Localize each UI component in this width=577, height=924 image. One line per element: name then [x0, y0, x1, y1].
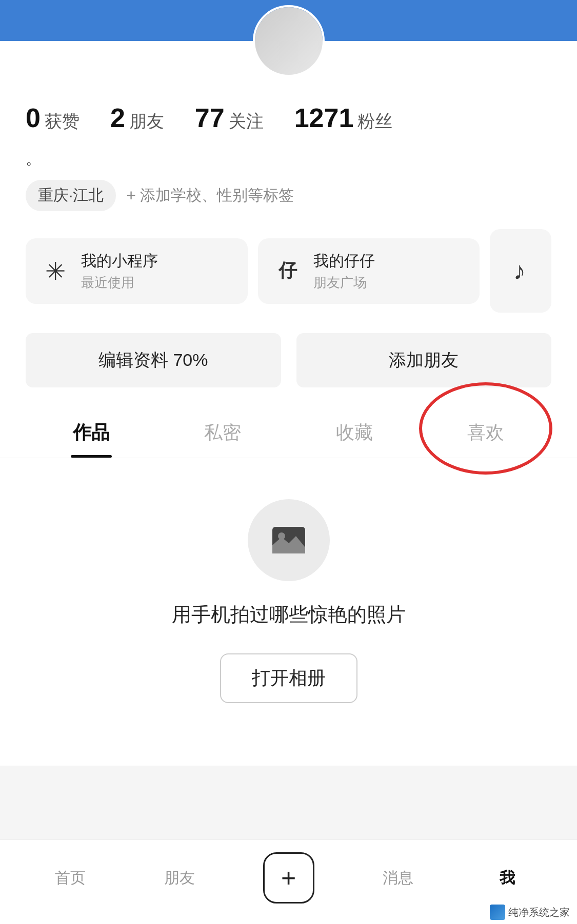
content-area: 用手机拍过哪些惊艳的照片 打开相册: [0, 458, 577, 766]
zaizai-name: 我的仔仔: [313, 251, 375, 272]
stat-fans[interactable]: 1271 粉丝: [294, 102, 393, 133]
tags-row: 重庆·江北 + 添加学校、性别等标签: [0, 172, 577, 219]
stat-friends-value: 2: [110, 102, 125, 133]
mini-app-zaizai[interactable]: 仔 我的仔仔 朋友广场: [258, 238, 480, 304]
watermark-text: 纯净系统之家: [508, 906, 570, 919]
mini-program-name: 我的小程序: [81, 251, 158, 272]
nav-friends-label: 朋友: [164, 868, 195, 889]
stat-fans-label: 粉丝: [357, 110, 392, 133]
stat-likes-label: 获赞: [45, 110, 79, 133]
empty-text: 用手机拍过哪些惊艳的照片: [172, 602, 406, 628]
open-album-button[interactable]: 打开相册: [220, 653, 357, 703]
photo-placeholder-icon: [268, 520, 309, 561]
mini-app-music[interactable]: ♪ 我的 已收: [490, 229, 551, 313]
edit-profile-button[interactable]: 编辑资料 70%: [26, 333, 281, 387]
stat-likes[interactable]: 0 获赞: [26, 102, 79, 133]
tab-likes-wrapper: 喜欢: [420, 408, 551, 458]
stats-row: 0 获赞 2 朋友 77 关注 1271 粉丝: [0, 87, 577, 143]
music-icon: ♪: [504, 256, 535, 286]
tab-likes[interactable]: 喜欢: [420, 408, 551, 458]
nav-messages-label: 消息: [383, 868, 413, 889]
nav-me[interactable]: 我: [452, 868, 562, 889]
tabs-row: 作品 私密 收藏 喜欢: [0, 403, 577, 458]
action-buttons: 编辑资料 70% 添加朋友: [0, 323, 577, 398]
nav-home[interactable]: 首页: [15, 868, 125, 889]
add-tags[interactable]: + 添加学校、性别等标签: [126, 185, 294, 206]
nav-me-label: 我: [500, 868, 515, 889]
empty-icon-container: [248, 499, 330, 581]
nav-plus-button[interactable]: +: [263, 852, 314, 904]
mini-app-miniprogram[interactable]: ✳ 我的小程序 最近使用: [26, 238, 248, 304]
zaizai-info: 我的仔仔 朋友广场: [313, 251, 375, 292]
tab-favorites[interactable]: 收藏: [289, 408, 420, 458]
stat-fans-value: 1271: [294, 102, 354, 133]
mini-program-icon: ✳: [40, 256, 71, 286]
plus-icon: +: [126, 186, 136, 205]
mini-program-sub: 最近使用: [81, 274, 158, 292]
stat-following-label: 关注: [229, 110, 264, 133]
stat-friends[interactable]: 2 朋友: [110, 102, 164, 133]
mini-program-info: 我的小程序 最近使用: [81, 251, 158, 292]
nav-home-label: 首页: [55, 868, 86, 889]
avatar[interactable]: [253, 5, 325, 77]
tab-works[interactable]: 作品: [26, 408, 157, 458]
nav-center: +: [234, 852, 343, 904]
zaizai-sub: 朋友广场: [313, 274, 375, 292]
mini-apps-row: ✳ 我的小程序 最近使用 仔 我的仔仔 朋友广场 ♪ 我的 已收: [0, 219, 577, 323]
tab-private[interactable]: 私密: [157, 408, 288, 458]
nav-messages[interactable]: 消息: [343, 868, 452, 889]
avatar-image: [255, 7, 323, 75]
stat-friends-label: 朋友: [129, 110, 164, 133]
tab-likes-label: 喜欢: [467, 422, 504, 443]
location-tag[interactable]: 重庆·江北: [26, 180, 116, 211]
stat-following[interactable]: 77 关注: [195, 102, 264, 133]
avatar-container: [253, 5, 325, 77]
watermark-icon: [490, 905, 505, 920]
header-blue: [0, 0, 577, 41]
tab-favorites-label: 收藏: [336, 422, 373, 443]
add-friend-button[interactable]: 添加朋友: [296, 333, 552, 387]
tab-private-label: 私密: [204, 422, 241, 443]
add-tags-label: 添加学校、性别等标签: [140, 185, 294, 206]
stat-likes-value: 0: [26, 102, 41, 133]
stat-following-value: 77: [195, 102, 225, 133]
zaizai-icon: 仔: [272, 256, 303, 286]
bio-dot: 。: [0, 143, 577, 172]
main-card: 0 获赞 2 朋友 77 关注 1271 粉丝 。 重庆·江北 + 添加学校、性…: [0, 41, 577, 766]
plus-icon: +: [281, 865, 296, 891]
nav-friends[interactable]: 朋友: [125, 868, 234, 889]
tab-works-label: 作品: [73, 422, 110, 443]
watermark: 纯净系统之家: [483, 900, 577, 924]
